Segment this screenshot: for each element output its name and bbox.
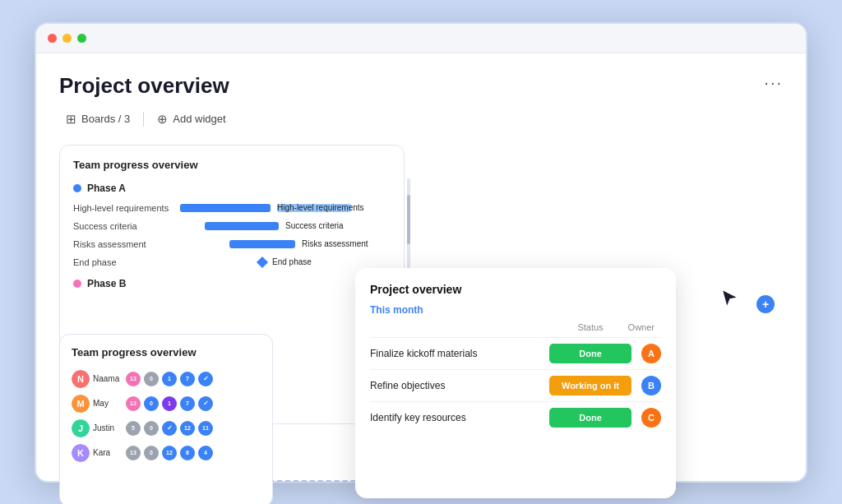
bubble-may-0: 13 [126,396,141,411]
browser-window: Project overview ··· ⊞ Boards / 3 ⊕ Add … [35,22,807,483]
bubble-justin-4: 11 [198,421,213,436]
card-row-label-0: Finalize kickoff materials [370,348,549,359]
bubble-naama-4: ✓ [198,372,213,386]
gantt-bar-2 [229,240,295,248]
add-widget-button[interactable]: ⊕ Add widget [150,109,232,130]
gantt-scrollbar-thumb [407,195,410,244]
boards-button[interactable]: ⊞ Boards / 3 [59,109,136,130]
card-title: Project overview [370,283,661,296]
team-member-naama: N Naama 13 0 1 7 ✓ [72,370,261,388]
gantt-bar-label-3: End phase [272,257,312,266]
team-widget-title: Team progress overview [72,346,261,358]
bubble-kara-2: 12 [162,446,177,460]
card-section-label: This month [370,304,661,316]
gantt-row-0: High-level requirements [180,199,391,217]
member-name-naama: Naama [93,374,123,383]
bubble-may-2: 1 [162,396,177,411]
bubble-naama-3: 7 [180,372,195,386]
bubble-may-3: 7 [180,396,195,411]
card-status-badge-1: Working on it [549,376,632,395]
bubble-justin-2: ✓ [162,421,177,436]
card-row-label-1: Refine objectives [370,380,549,391]
bubble-justin-1: 0 [144,421,159,436]
bubble-may-4: ✓ [198,396,213,411]
bubble-kara-0: 13 [126,446,141,460]
avatar-kara-img: K [72,444,90,462]
card-table-header: Status Owner [370,322,661,332]
avatar-justin: J [72,419,90,437]
toolbar: ⊞ Boards / 3 ⊕ Add widget [59,109,783,130]
col-status-header: Status [577,322,603,332]
gantt-label-0: High-level requirements [73,199,180,217]
gantt-label-1: Success criteria [73,217,180,235]
widgets-container: Team progress overview Phase A High-leve… [59,145,783,474]
card-owner-avatar-0: A [641,344,661,363]
boards-label: Boards / 3 [81,113,130,125]
avatar-may-img: M [72,395,90,413]
cursor-icon [719,286,742,309]
add-widget-icon: ⊕ [157,112,168,127]
project-overview-card: Project overview This month Status Owner… [355,268,676,498]
gantt-row-3: End phase [180,253,391,271]
phase-a-label: Phase A [73,183,391,194]
dot-red[interactable] [48,34,57,43]
boards-icon: ⊞ [66,112,76,127]
col-owner-header: Owner [628,322,655,332]
member-name-justin: Justin [93,423,123,432]
phase-b-dot [73,280,81,288]
more-button[interactable]: ··· [764,73,783,92]
bubble-justin-0: 5 [126,421,141,436]
card-row-0: Finalize kickoff materials Done A [370,337,661,369]
member-name-may: May [93,399,123,408]
dot-green[interactable] [77,34,86,43]
gantt-row-1: Success criteria [180,217,391,235]
card-owner-avatar-2: C [641,408,661,428]
avatar-may: M [72,395,90,413]
gantt-body: High-level requirements Success criteria… [73,199,391,271]
card-row-1: Refine objectives Working on it B [370,369,661,401]
gantt-row-2: Risks assessment [180,235,391,253]
gantt-label-2: Risks assessment [73,235,180,253]
phase-a-dot [73,184,81,192]
bubble-naama-0: 13 [126,372,141,386]
bubble-kara-1: 0 [144,446,159,460]
gantt-bar-label-0: High-level requirements [277,203,364,212]
phase-b-label: Phase B [73,278,391,289]
add-widget-label: Add widget [173,113,225,125]
team-member-kara: K Kara 13 0 12 8 4 [72,444,261,462]
page-title: Project overview [59,73,783,99]
team-widget: Team progress overview N Naama 13 0 1 7 … [59,334,273,505]
gantt-bars-area: High-level requirements Success criteria… [180,199,391,271]
gantt-bar-label-2: Risks assessment [302,239,368,248]
gantt-bar-0a [180,204,271,212]
gantt-labels: High-level requirements Success criteria… [73,199,180,271]
card-status-badge-2: Done [549,408,632,428]
member-name-kara: Kara [93,448,123,457]
team-member-justin: J Justin 5 0 ✓ 12 11 [72,419,261,437]
bubble-justin-3: 12 [180,421,195,436]
bubble-naama-1: 0 [144,372,159,386]
team-member-may: M May 13 0 1 7 ✓ [72,395,261,413]
plus-fab-button[interactable]: + [756,295,775,313]
card-row-label-2: Identify key resources [370,412,549,423]
card-row-2: Identify key resources Done C [370,401,661,433]
dot-yellow[interactable] [62,34,72,43]
gantt-bar-1 [205,222,279,230]
svg-marker-0 [722,289,738,307]
browser-titlebar [36,24,806,53]
card-owner-avatar-1: B [641,376,661,395]
gantt-widget-title: Team progress overview [73,159,391,171]
toolbar-divider [143,112,144,127]
bubble-naama-2: 1 [162,372,177,386]
bubble-kara-4: 4 [198,446,213,460]
avatar-justin-img: J [72,419,90,437]
gantt-diamond [257,256,268,267]
avatar-naama: N [72,370,90,388]
browser-content: Project overview ··· ⊞ Boards / 3 ⊕ Add … [36,53,806,481]
bubble-may-1: 0 [144,396,159,411]
avatar-naama-img: N [72,370,90,388]
avatar-kara: K [72,444,90,462]
bubble-kara-3: 8 [180,446,195,460]
gantt-label-3: End phase [73,253,180,271]
card-status-badge-0: Done [549,344,632,363]
